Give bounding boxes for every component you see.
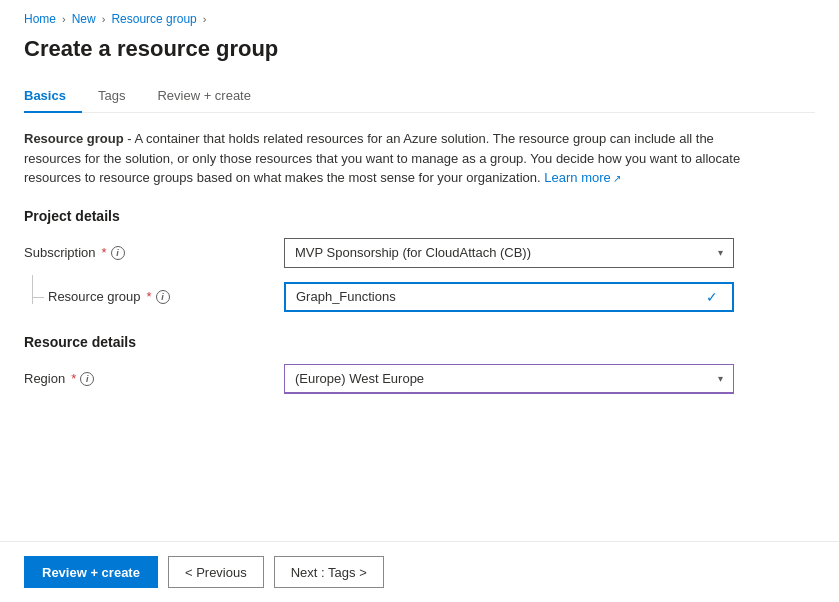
resource-group-info-icon[interactable]: i <box>156 290 170 304</box>
breadcrumb-sep-2: › <box>102 13 106 25</box>
resource-details-section: Resource details Region * i (Europe) Wes… <box>24 334 815 394</box>
resource-group-required: * <box>147 289 152 304</box>
breadcrumb-sep-1: › <box>62 13 66 25</box>
page-title: Create a resource group <box>24 36 815 62</box>
tab-basics[interactable]: Basics <box>24 80 82 113</box>
next-button[interactable]: Next : Tags > <box>274 556 384 588</box>
description-text: Resource group - A container that holds … <box>24 129 754 188</box>
resource-group-row: Resource group * i Graph_Functions ✓ <box>24 282 815 312</box>
breadcrumb-new[interactable]: New <box>72 12 96 26</box>
region-chevron-icon: ▾ <box>718 373 723 384</box>
resource-details-header: Resource details <box>24 334 815 350</box>
subscription-label: Subscription * i <box>24 245 284 260</box>
subscription-chevron-icon: ▾ <box>718 247 723 258</box>
external-link-icon: ↗ <box>613 171 621 186</box>
region-label: Region * i <box>24 371 284 386</box>
breadcrumb: Home › New › Resource group › <box>24 12 815 26</box>
subscription-required: * <box>102 245 107 260</box>
tab-review-create[interactable]: Review + create <box>141 80 267 113</box>
resource-group-label: Resource group * i <box>24 289 284 304</box>
subscription-value: MVP Sponsorship (for CloudAttach (CB)) <box>295 245 718 260</box>
resource-group-dropdown[interactable]: Graph_Functions ✓ <box>284 282 734 312</box>
review-create-button[interactable]: Review + create <box>24 556 158 588</box>
footer: Review + create < Previous Next : Tags > <box>0 541 839 602</box>
description-strong: Resource group <box>24 131 124 146</box>
subscription-info-icon[interactable]: i <box>111 246 125 260</box>
region-value: (Europe) West Europe <box>295 371 718 386</box>
subscription-dropdown[interactable]: MVP Sponsorship (for CloudAttach (CB)) ▾ <box>284 238 734 268</box>
subscription-row: Subscription * i MVP Sponsorship (for Cl… <box>24 238 815 268</box>
project-details-section: Project details Subscription * i MVP Spo… <box>24 208 815 312</box>
region-dropdown[interactable]: (Europe) West Europe ▾ <box>284 364 734 394</box>
project-details-header: Project details <box>24 208 815 224</box>
tabs-container: Basics Tags Review + create <box>24 80 815 113</box>
breadcrumb-home[interactable]: Home <box>24 12 56 26</box>
region-row: Region * i (Europe) West Europe ▾ <box>24 364 815 394</box>
region-required: * <box>71 371 76 386</box>
tab-tags[interactable]: Tags <box>82 80 141 113</box>
previous-button[interactable]: < Previous <box>168 556 264 588</box>
breadcrumb-resource-group[interactable]: Resource group <box>111 12 196 26</box>
region-info-icon[interactable]: i <box>80 372 94 386</box>
learn-more-link[interactable]: Learn more↗ <box>544 170 620 185</box>
resource-group-value: Graph_Functions <box>296 289 706 304</box>
breadcrumb-sep-3: › <box>203 13 207 25</box>
resource-group-check-icon: ✓ <box>706 289 718 305</box>
